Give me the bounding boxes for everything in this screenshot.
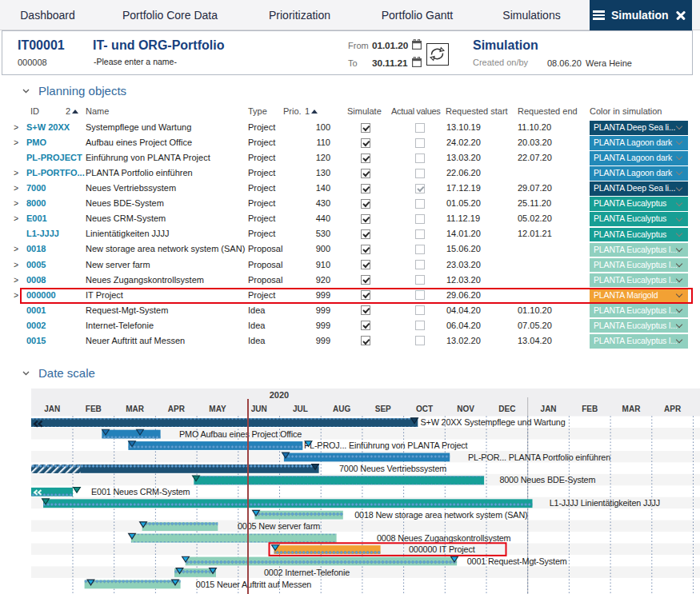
svg-text:JUL: JUL [293,405,308,413]
svg-text:FEB: FEB [86,405,102,413]
svg-text:0002 Internet-Telefonie: 0002 Internet-Telefonie [264,568,350,577]
svg-text:MAR: MAR [126,405,145,413]
svg-text:0018 New storage area network: 0018 New storage area network system (SA… [354,510,527,520]
svg-text:2020: 2020 [270,390,289,400]
svg-text:0005 New server farm: 0005 New server farm [238,521,320,531]
svg-text:0001 Request-Mgt-System: 0001 Request-Mgt-System [467,556,567,566]
svg-text:DEC: DEC [498,405,515,413]
svg-text:E001 Neues CRM-System: E001 Neues CRM-System [91,487,190,496]
svg-text:APR: APR [664,405,682,413]
svg-text:000000 IT Project: 000000 IT Project [409,544,475,554]
svg-text:AUG: AUG [333,405,350,413]
svg-text:OCT: OCT [416,405,433,413]
svg-text:JAN: JAN [541,405,557,413]
svg-text:JUN: JUN [251,405,267,413]
svg-text:L1-JJJJ Linientätigkeiten JJJJ: L1-JJJJ Linientätigkeiten JJJJ [550,498,660,508]
svg-text:FEB: FEB [582,405,598,413]
svg-text:0008 Neues Zugangskontrollsyst: 0008 Neues Zugangskontrollsystem [377,533,511,543]
svg-text:MAR: MAR [622,405,642,413]
svg-text:PL-POR... PLANTA Portfolio ei: PL-POR... PLANTA Portfolio einführen [468,452,610,462]
svg-text:PL-PROJ... Einführung von PLA: PL-PROJ... Einführung von PLANTA Project [304,441,468,450]
svg-text:S+W 20XX Systempflege und Wart: S+W 20XX Systempflege und Wartung [421,417,566,427]
svg-text:JAN: JAN [44,405,60,413]
svg-text:PMO Aufbau eines Project Offi: PMO Aufbau eines Project Office [179,429,302,439]
svg-text:NOV: NOV [457,405,474,413]
svg-text:8000 Neues BDE-System: 8000 Neues BDE-System [499,475,595,484]
svg-text:SEP: SEP [375,405,391,413]
svg-text:0015 Neuer Auftritt auf Messen: 0015 Neuer Auftritt auf Messen [196,580,311,589]
svg-text:MAY: MAY [209,405,226,413]
svg-text:7000 Neues Vertriebssystem: 7000 Neues Vertriebssystem [339,464,446,473]
svg-text:APR: APR [168,405,186,413]
